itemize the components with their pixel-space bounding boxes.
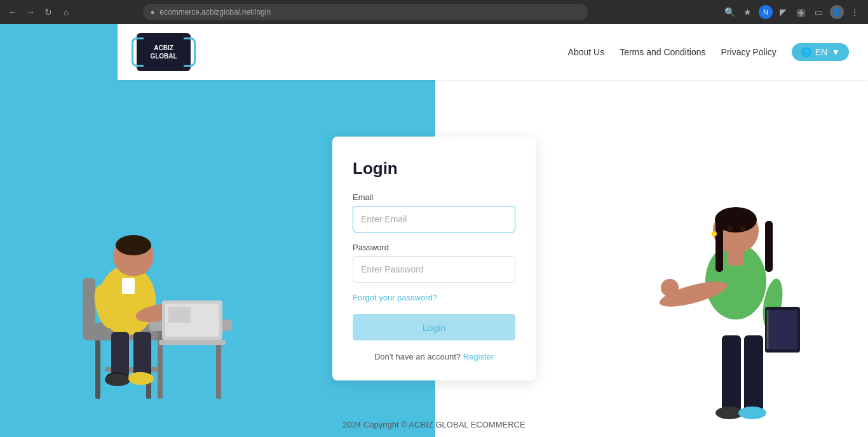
- svg-rect-33: [765, 221, 773, 272]
- puzzle-icon[interactable]: ▦: [794, 5, 808, 19]
- logo-area: ACBIZ GLOBAL: [137, 33, 191, 71]
- back-button[interactable]: ←: [6, 6, 19, 18]
- svg-rect-0: [95, 335, 100, 399]
- svg-rect-34: [728, 250, 743, 266]
- chevron-down-icon: ▼: [831, 47, 840, 57]
- svg-rect-26: [744, 335, 763, 412]
- email-label: Email: [353, 192, 515, 202]
- search-icon[interactable]: 🔍: [723, 5, 737, 19]
- svg-rect-20: [133, 332, 151, 377]
- svg-rect-18: [159, 340, 226, 345]
- svg-rect-4: [83, 278, 95, 329]
- privacy-link[interactable]: Privacy Policy: [721, 47, 776, 57]
- reload-button[interactable]: ↻: [42, 6, 55, 18]
- svg-rect-39: [768, 310, 797, 349]
- lang-label: EN: [815, 47, 827, 57]
- terms-link[interactable]: Terms and Conditions: [620, 47, 705, 57]
- split-screen-icon[interactable]: ▭: [812, 5, 826, 19]
- svg-point-43: [740, 226, 745, 231]
- svg-rect-19: [111, 332, 129, 377]
- about-us-link[interactable]: About Us: [568, 47, 605, 57]
- bookmark-icon[interactable]: ★: [741, 5, 755, 19]
- forgot-password-link[interactable]: Forgot your password?: [353, 293, 515, 302]
- illustration-right: [627, 119, 868, 437]
- profile-sync-icon[interactable]: ◤: [776, 5, 790, 19]
- svg-point-42: [728, 226, 733, 231]
- menu-icon[interactable]: ⋮: [848, 5, 862, 19]
- lock-icon: ●: [151, 8, 155, 16]
- address-bar[interactable]: ● ecommerce.acbizglobal.net/login: [143, 4, 588, 20]
- extension-icon[interactable]: N: [759, 5, 773, 19]
- home-button[interactable]: ⌂: [60, 6, 72, 18]
- email-input[interactable]: [353, 206, 515, 232]
- svg-point-36: [661, 279, 679, 297]
- footer: 2024 Copyright © ACBIZ GLOBAL ECOMMERCE: [0, 412, 868, 437]
- forward-button[interactable]: →: [24, 6, 37, 18]
- user-avatar[interactable]: 👤: [830, 5, 844, 19]
- logo-box: ACBIZ GLOBAL: [137, 33, 191, 71]
- svg-point-23: [105, 373, 130, 386]
- browser-actions: 🔍 ★ N ◤ ▦ ▭ 👤 ⋮: [723, 5, 862, 19]
- main-content: Login Email Password Forgot your passwor…: [0, 80, 868, 437]
- login-title: Login: [353, 159, 515, 178]
- page: ACBIZ GLOBAL About Us Terms and Conditio…: [0, 24, 868, 437]
- password-label: Password: [353, 243, 515, 252]
- header-nav: About Us Terms and Conditions Privacy Po…: [568, 43, 849, 61]
- svg-rect-5: [158, 329, 163, 399]
- illustration-left: [0, 132, 267, 418]
- login-card: Login Email Password Forgot your passwor…: [332, 137, 536, 380]
- svg-rect-17: [168, 307, 191, 323]
- svg-rect-32: [715, 221, 723, 272]
- footer-copyright: 2024 Copyright © ACBIZ GLOBAL ECOMMERCE: [342, 420, 525, 429]
- logo-text: ACBIZ GLOBAL: [150, 44, 177, 60]
- globe-icon: 🌐: [801, 47, 811, 57]
- password-input[interactable]: [353, 256, 515, 283]
- header: ACBIZ GLOBAL About Us Terms and Conditio…: [118, 24, 868, 80]
- url-text: ecommerce.acbizglobal.net/login: [159, 8, 271, 17]
- svg-rect-25: [722, 335, 741, 412]
- register-link[interactable]: Register: [463, 352, 494, 361]
- browser-chrome: ← → ↻ ⌂ ● ecommerce.acbizglobal.net/logi…: [0, 0, 868, 24]
- svg-point-10: [116, 235, 151, 255]
- svg-point-24: [128, 372, 154, 385]
- register-prompt: Don't have an account? Register: [353, 352, 515, 361]
- svg-point-41: [712, 231, 717, 236]
- svg-rect-11: [122, 278, 135, 294]
- language-button[interactable]: 🌐 EN ▼: [792, 43, 849, 61]
- login-button[interactable]: Login: [353, 314, 515, 340]
